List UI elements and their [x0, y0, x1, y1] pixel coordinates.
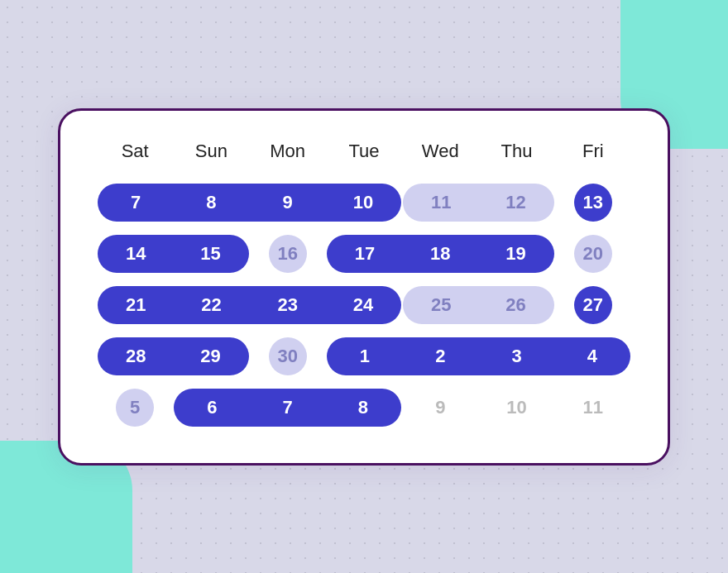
- calendar-card: SatSunMonTueWedThuFri7891011121314151617…: [58, 108, 670, 466]
- cal-cell[interactable]: 26: [478, 279, 554, 331]
- calendar-day-1-row3[interactable]: 1: [327, 337, 403, 375]
- day-header-sun: Sun: [173, 141, 249, 177]
- day-header-tue: Tue: [326, 141, 402, 177]
- cal-cell[interactable]: 20: [555, 228, 631, 279]
- cal-cell[interactable]: 4: [555, 331, 631, 382]
- calendar-day-3-row3[interactable]: 3: [478, 337, 554, 375]
- cal-cell[interactable]: 15: [173, 228, 249, 279]
- cal-cell[interactable]: 13: [555, 177, 631, 228]
- calendar-day-11-row0[interactable]: 11: [403, 184, 479, 222]
- cal-cell[interactable]: 9: [402, 382, 478, 433]
- calendar-day-6-row4[interactable]: 6: [174, 389, 250, 427]
- calendar-day-28-row3[interactable]: 28: [98, 337, 174, 375]
- cal-cell[interactable]: 10: [326, 177, 402, 228]
- cal-cell[interactable]: 3: [478, 331, 554, 382]
- calendar-day-4-row3[interactable]: 4: [554, 337, 630, 375]
- calendar-day-17-row1[interactable]: 17: [327, 235, 403, 273]
- calendar-day-7-row0[interactable]: 7: [98, 184, 174, 222]
- cal-cell[interactable]: 23: [250, 279, 326, 331]
- cal-cell[interactable]: 27: [555, 279, 631, 331]
- calendar-day-9-row4[interactable]: 9: [402, 389, 478, 427]
- day-header-thu: Thu: [478, 141, 554, 177]
- cal-cell[interactable]: 7: [97, 177, 173, 228]
- cal-cell[interactable]: 25: [402, 279, 478, 331]
- calendar-day-10-row4[interactable]: 10: [478, 389, 554, 427]
- cal-cell[interactable]: 17: [326, 228, 402, 279]
- cal-cell[interactable]: 11: [555, 382, 631, 433]
- calendar-day-12-row0[interactable]: 12: [477, 184, 553, 222]
- cal-cell[interactable]: 21: [97, 279, 173, 331]
- cal-cell[interactable]: 11: [402, 177, 478, 228]
- cal-cell[interactable]: 14: [97, 228, 173, 279]
- day-header-wed: Wed: [402, 141, 478, 177]
- calendar-day-21-row2[interactable]: 21: [98, 286, 174, 324]
- calendar-day-20-row1[interactable]: 20: [574, 235, 612, 273]
- cal-cell[interactable]: 22: [173, 279, 249, 331]
- day-header-mon: Mon: [250, 141, 326, 177]
- cal-cell[interactable]: 7: [250, 382, 326, 433]
- cal-cell[interactable]: 6: [173, 382, 249, 433]
- calendar-day-24-row2[interactable]: 24: [325, 286, 401, 324]
- calendar-day-14-row1[interactable]: 14: [98, 235, 174, 273]
- cal-cell[interactable]: 30: [250, 331, 326, 382]
- cal-cell[interactable]: 2: [402, 331, 478, 382]
- calendar-day-2-row3[interactable]: 2: [402, 337, 478, 375]
- day-header-fri: Fri: [555, 141, 631, 177]
- cal-cell[interactable]: 8: [173, 177, 249, 228]
- calendar-day-25-row2[interactable]: 25: [403, 286, 479, 324]
- cal-cell[interactable]: 29: [173, 331, 249, 382]
- calendar-grid: SatSunMonTueWedThuFri7891011121314151617…: [97, 141, 631, 433]
- cal-cell[interactable]: 10: [478, 382, 554, 433]
- cal-cell[interactable]: 19: [478, 228, 554, 279]
- cal-cell[interactable]: 28: [97, 331, 173, 382]
- day-header-sat: Sat: [97, 141, 173, 177]
- cal-cell[interactable]: 5: [97, 382, 173, 433]
- cal-cell[interactable]: 9: [250, 177, 326, 228]
- cal-cell[interactable]: 8: [326, 382, 402, 433]
- calendar-day-23-row2[interactable]: 23: [250, 286, 326, 324]
- calendar-day-13-row0[interactable]: 13: [574, 184, 612, 222]
- calendar-day-30-row3[interactable]: 30: [269, 337, 307, 375]
- cal-cell[interactable]: 18: [402, 228, 478, 279]
- calendar-day-22-row2[interactable]: 22: [173, 286, 249, 324]
- calendar-day-10-row0[interactable]: 10: [325, 184, 401, 222]
- calendar-day-15-row1[interactable]: 15: [172, 235, 248, 273]
- cal-cell[interactable]: 24: [326, 279, 402, 331]
- calendar-day-19-row1[interactable]: 19: [477, 235, 553, 273]
- calendar-day-11-row4[interactable]: 11: [555, 389, 631, 427]
- calendar-day-8-row4[interactable]: 8: [325, 389, 401, 427]
- calendar-day-27-row2[interactable]: 27: [574, 286, 612, 324]
- calendar-day-5-row4[interactable]: 5: [116, 389, 154, 427]
- calendar-day-26-row2[interactable]: 26: [477, 286, 553, 324]
- cal-cell[interactable]: 16: [250, 228, 326, 279]
- calendar-day-29-row3[interactable]: 29: [172, 337, 248, 375]
- cal-cell[interactable]: 1: [326, 331, 402, 382]
- cal-cell[interactable]: 12: [478, 177, 554, 228]
- calendar-day-9-row0[interactable]: 9: [250, 184, 326, 222]
- calendar-day-8-row0[interactable]: 8: [173, 184, 249, 222]
- calendar-day-7-row4[interactable]: 7: [250, 389, 326, 427]
- calendar-day-18-row1[interactable]: 18: [402, 235, 478, 273]
- calendar-day-16-row1[interactable]: 16: [269, 235, 307, 273]
